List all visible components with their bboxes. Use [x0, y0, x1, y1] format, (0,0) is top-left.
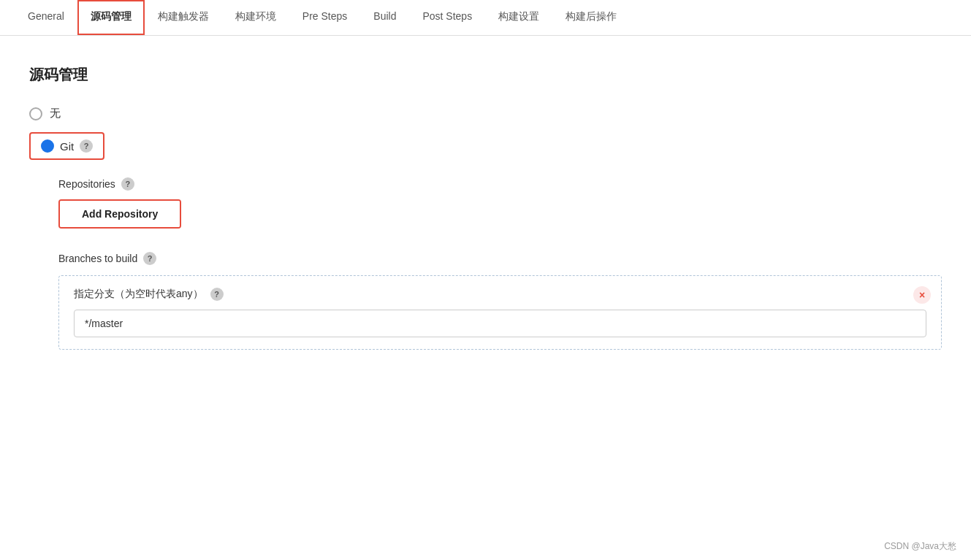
- tab-general[interactable]: General: [15, 0, 77, 35]
- none-radio[interactable]: [29, 107, 42, 120]
- git-config-section: Repositories ? Add Repository Branches t…: [58, 177, 942, 350]
- git-help-icon[interactable]: ?: [80, 139, 93, 153]
- branches-help-icon[interactable]: ?: [143, 252, 156, 265]
- branches-section: Branches to build ? 指定分支（为空时代表any） ? ×: [58, 252, 942, 350]
- scm-radio-group: 无 Git ?: [29, 107, 942, 160]
- branch-row: 指定分支（为空时代表any） ? ×: [58, 275, 942, 350]
- branch-row-header: 指定分支（为空时代表any） ?: [74, 288, 926, 301]
- close-branch-button[interactable]: ×: [913, 286, 931, 304]
- repositories-help-icon[interactable]: ?: [121, 177, 134, 191]
- git-option-box[interactable]: Git ?: [29, 132, 104, 160]
- tab-bar: General 源码管理 构建触发器 构建环境 Pre Steps Build …: [0, 0, 971, 36]
- git-label: Git: [60, 140, 74, 153]
- none-label: 无: [50, 107, 61, 120]
- tab-trigger[interactable]: 构建触发器: [145, 0, 222, 35]
- repositories-label: Repositories ?: [58, 177, 942, 191]
- add-repository-button-wrapper: Add Repository: [58, 199, 181, 229]
- section-title: 源码管理: [29, 65, 942, 85]
- tab-presteps[interactable]: Pre Steps: [289, 0, 360, 35]
- tab-source[interactable]: 源码管理: [77, 0, 145, 35]
- branch-row-label: 指定分支（为空时代表any）: [74, 288, 203, 301]
- branch-row-help-icon[interactable]: ?: [210, 288, 224, 301]
- branch-input[interactable]: [74, 310, 926, 337]
- branches-label: Branches to build ?: [58, 252, 942, 265]
- content-area: 源码管理 无 Git ? Repositories ? Add Reposito…: [0, 36, 971, 379]
- tab-settings[interactable]: 构建设置: [485, 0, 552, 35]
- tab-env[interactable]: 构建环境: [222, 0, 289, 35]
- tab-build[interactable]: Build: [360, 0, 409, 35]
- git-option[interactable]: Git ?: [29, 132, 942, 160]
- git-radio[interactable]: [41, 139, 54, 153]
- tab-postbuild[interactable]: 构建后操作: [552, 0, 630, 35]
- none-option[interactable]: 无: [29, 107, 942, 120]
- add-repository-button[interactable]: Add Repository: [60, 201, 180, 227]
- tab-poststeps[interactable]: Post Steps: [409, 0, 485, 35]
